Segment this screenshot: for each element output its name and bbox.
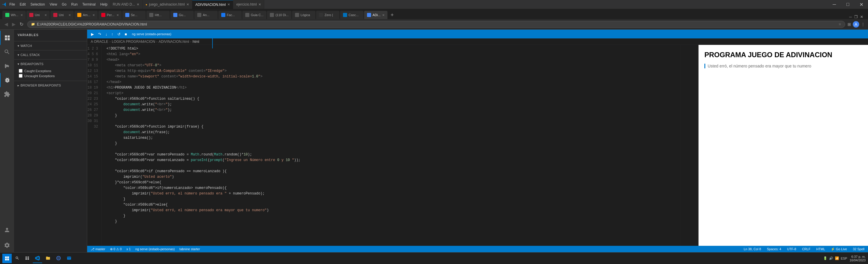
taskbar-file-explorer[interactable] <box>43 254 53 263</box>
btab-logica[interactable]: Lógica <box>292 11 315 19</box>
step-out-button[interactable]: ↑ <box>110 31 115 37</box>
btab-guiac[interactable]: Guia C... <box>242 11 266 19</box>
language-indicator[interactable]: ESP <box>841 257 847 260</box>
tab-adivinacion-close[interactable]: ✕ <box>227 3 230 6</box>
tab-juego-close[interactable]: ✕ <box>186 3 189 6</box>
tab-ejercicio[interactable]: ejercicio.html ✕ <box>233 0 264 9</box>
activity-extensions[interactable] <box>0 87 14 101</box>
btab-110[interactable]: (110 Di... <box>267 11 291 19</box>
new-tab-button[interactable]: + <box>388 11 396 19</box>
menu-help[interactable]: Help <box>98 2 110 6</box>
minimize-button[interactable]: ─ <box>828 0 841 9</box>
minimize-browser-icon[interactable]: ─ <box>849 15 852 19</box>
section-breakpoints-header[interactable]: ▾ BREAKPOINTS <box>14 61 87 67</box>
btab-fac[interactable]: Fac... <box>218 11 242 19</box>
taskbar-email[interactable] <box>64 254 74 263</box>
btab-htt[interactable]: Htt... <box>146 11 170 19</box>
spell-item[interactable]: 32 Spell <box>851 247 866 251</box>
settings-browser-button[interactable]: ⋮ <box>861 21 865 28</box>
btab-per[interactable]: Per... ✕ <box>98 11 122 19</box>
profile-button[interactable]: A <box>853 21 859 28</box>
forward-button[interactable]: ▶ <box>10 21 17 28</box>
btab-adi[interactable]: ADi... ✕ <box>364 11 388 19</box>
btab-an[interactable]: An... <box>194 11 218 19</box>
reload-button[interactable]: ↻ <box>18 21 25 28</box>
btab-gu[interactable]: Gu... <box>170 11 194 19</box>
tab-run-close[interactable]: ✕ <box>137 3 139 6</box>
tabnine-item[interactable]: tabnine starter <box>178 247 201 251</box>
breadcrumb-logica[interactable]: LOGICA PROGRAMACION <box>112 39 155 44</box>
encoding-item[interactable]: UTF-8 <box>786 247 797 251</box>
btab-sex[interactable]: Se... <box>122 11 146 19</box>
tab-run[interactable]: RUN AND D... ✕ <box>110 0 143 9</box>
maximize-button[interactable]: □ <box>841 0 855 9</box>
line-ending-item[interactable]: CRLF <box>801 247 812 251</box>
close-button[interactable]: ✕ <box>855 0 868 9</box>
taskbar-search[interactable] <box>13 254 22 263</box>
taskbar-taskview[interactable] <box>23 254 32 263</box>
extensions-button[interactable]: ⊞ <box>847 21 851 28</box>
git-branch-label: master <box>95 247 105 251</box>
resize-handle[interactable] <box>211 45 214 48</box>
section-callstack-header[interactable]: ▾ CALL STACK <box>14 52 87 58</box>
tab-ejercicio-close[interactable]: ✕ <box>258 3 261 6</box>
menu-edit[interactable]: Edit <box>17 2 28 6</box>
language-item[interactable]: HTML <box>815 247 826 251</box>
debug-item[interactable]: x 1 <box>125 247 132 251</box>
btab-amazon[interactable]: Am... ✕ <box>74 11 98 19</box>
btab-zero[interactable]: Zero | <box>316 11 339 19</box>
btab-amazon-close[interactable]: ✕ <box>92 14 95 17</box>
address-bar[interactable]: 📁 E:/A%20ORACLE/LOGICA%20PROGRAMACION/AD… <box>27 21 845 28</box>
activity-source-control[interactable] <box>0 59 14 73</box>
step-over-button[interactable]: ↷ <box>97 31 103 37</box>
caught-exceptions-checkbox[interactable] <box>19 69 23 73</box>
live-item[interactable]: ⚡ Go Live <box>830 247 848 251</box>
restore-browser-icon[interactable]: ❐ <box>854 15 858 19</box>
btab-per-close[interactable]: ✕ <box>117 14 119 17</box>
git-branch-item[interactable]: ⎇ master <box>90 247 106 251</box>
menu-terminal[interactable]: Terminal <box>80 2 98 6</box>
activity-explorer[interactable] <box>0 31 14 45</box>
menu-selection[interactable]: Selection <box>28 2 47 6</box>
start-button[interactable] <box>2 254 12 263</box>
btab-uni2-close[interactable]: ✕ <box>68 14 71 17</box>
activity-accounts[interactable] <box>0 224 14 238</box>
btab-whatsapp-close[interactable]: ✕ <box>21 14 23 17</box>
server-item[interactable]: ng serve (estado-personas) <box>134 247 176 251</box>
breadcrumb-oracle[interactable]: A ORACLE <box>91 39 108 44</box>
menu-run[interactable]: Run <box>69 2 80 6</box>
tab-adivinacion[interactable]: ADIVINACION.html ✕ <box>192 0 233 9</box>
menu-file[interactable]: File <box>7 2 17 6</box>
btab-whatsapp[interactable]: Wh... ✕ <box>2 11 26 19</box>
restart-button[interactable]: ↺ <box>116 31 122 37</box>
errors-item[interactable]: ⊗ 0 ⚠ 0 <box>109 247 123 251</box>
activity-search[interactable] <box>0 45 14 59</box>
taskbar-browser[interactable] <box>54 254 63 263</box>
star-icon[interactable]: ☆ <box>838 22 841 26</box>
btab-uni1[interactable]: Uni ✕ <box>26 11 50 19</box>
back-button[interactable]: ◀ <box>3 21 9 28</box>
btab-adi-close[interactable]: ✕ <box>382 14 384 17</box>
breadcrumb-file[interactable]: ADIVINACION.html <box>159 39 189 44</box>
step-into-button[interactable]: ↓ <box>104 31 109 37</box>
btab-casc[interactable]: Casc... <box>340 11 364 19</box>
spaces-item[interactable]: Spaces: 4 <box>766 247 782 251</box>
btab-guiac-label: Guia C... <box>251 13 264 17</box>
continue-button[interactable]: ▶ <box>90 31 95 37</box>
activity-debug[interactable] <box>0 73 14 87</box>
position-item[interactable]: Ln 38, Col 8 <box>742 247 762 251</box>
taskbar-vscode[interactable] <box>33 254 42 263</box>
btab-uni2[interactable]: Uni ✕ <box>50 11 74 19</box>
activity-settings[interactable] <box>0 238 14 252</box>
menu-view[interactable]: View <box>47 2 59 6</box>
tab-juego[interactable]: ● juego_adivinacion.html ✕ <box>143 0 192 9</box>
section-browser-bp-header[interactable]: ▸ BROWSER BREAKPOINTS <box>14 82 87 88</box>
btab-uni1-close[interactable]: ✕ <box>44 14 47 17</box>
close-browser-icon[interactable]: ✕ <box>860 15 863 19</box>
stop-button[interactable]: ■ <box>123 31 128 37</box>
menu-go[interactable]: Go <box>59 2 69 6</box>
code-content[interactable]: <!DOCTYPE html> <html lang="en"> <head> … <box>102 45 681 246</box>
section-watch-header[interactable]: ▾ WATCH <box>14 43 87 49</box>
uncaught-exceptions-checkbox[interactable] <box>19 74 23 78</box>
taskbar-clock[interactable]: 6:37 p. m. 16/04/2023 <box>849 255 866 262</box>
